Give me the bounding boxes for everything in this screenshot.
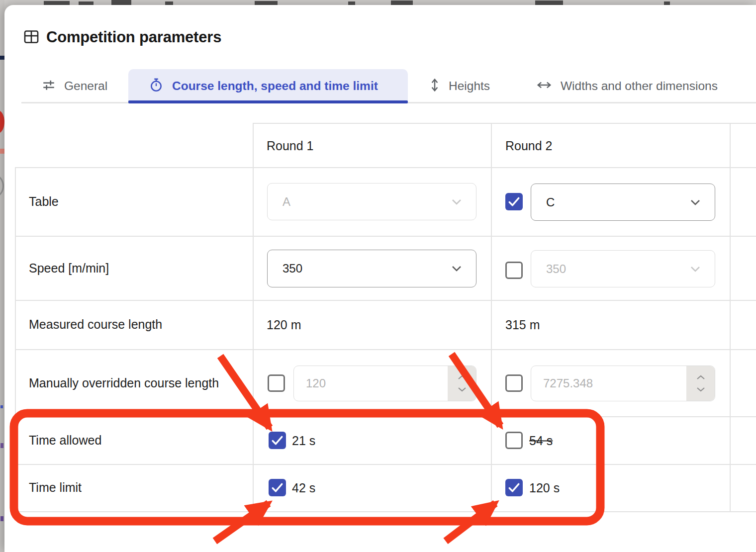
manual-length-round2-input[interactable]: 7275.348 <box>531 366 715 401</box>
time-allowed-round2-value: 54 s <box>529 434 553 448</box>
table-round1-select[interactable]: A <box>267 183 476 220</box>
row-label-time-allowed: Time allowed <box>29 432 101 449</box>
row-label-time-limit: Time limit <box>29 479 82 496</box>
arrows-vertical-icon <box>429 78 440 94</box>
tab-heights[interactable]: Heights <box>429 70 490 102</box>
chevron-down-icon <box>451 198 462 205</box>
tab-course-length-speed-time-limit[interactable]: Course length, speed and time limit <box>149 70 378 102</box>
row-label-speed: Speed [m/min] <box>29 260 109 277</box>
time-limit-round2-checkbox[interactable] <box>505 479 523 496</box>
manual-length-round1-checkbox[interactable] <box>268 374 285 392</box>
table-grid-line <box>253 123 254 511</box>
speed-round1-select[interactable]: 350 <box>267 250 476 287</box>
speed-round2-checkbox[interactable] <box>505 262 523 279</box>
screen: { "dialog": { "title": "Competition para… <box>0 0 756 552</box>
row-label-table: Table <box>29 193 59 210</box>
manual-length-round2-value: 7275.348 <box>531 366 686 401</box>
chevron-up-icon <box>696 375 705 380</box>
tab-general-label: General <box>64 79 107 93</box>
table-grid-line <box>491 123 492 511</box>
table-grid-line <box>253 123 756 124</box>
tune-icon <box>42 78 56 94</box>
table-grid-line <box>15 416 756 417</box>
manual-length-round2-checkbox[interactable] <box>505 374 523 392</box>
chevron-up-icon <box>458 375 467 380</box>
tab-widths-label: Widths and other dimensions <box>561 79 718 93</box>
measured-length-round1-value: 120 m <box>267 318 301 332</box>
time-allowed-round2-checkbox[interactable] <box>505 432 523 449</box>
stopwatch-icon <box>149 78 164 94</box>
chevron-down-icon <box>690 199 701 206</box>
page-title: Competition parameters <box>46 28 221 46</box>
time-allowed-round1-value: 21 s <box>292 434 315 448</box>
tab-general[interactable]: General <box>42 70 107 102</box>
time-limit-round1-value: 42 s <box>292 481 315 495</box>
chevron-down-icon <box>451 265 462 272</box>
table-round1-select-value: A <box>283 195 290 209</box>
tab-heights-label: Heights <box>449 79 490 93</box>
measured-length-round2-value: 315 m <box>505 318 540 332</box>
tab-course-length-label: Course length, speed and time limit <box>172 79 378 93</box>
chevron-down-icon <box>458 387 467 392</box>
number-stepper[interactable] <box>448 366 476 401</box>
arrows-horizontal-icon <box>536 80 552 92</box>
table-round2-select[interactable]: C <box>531 184 715 221</box>
speed-round2-select[interactable]: 350 <box>531 250 715 287</box>
row-label-manual-course-length: Manually overridden course length <box>29 375 228 392</box>
table-grid-line <box>15 464 756 465</box>
speed-round1-select-value: 350 <box>283 262 302 276</box>
manual-length-round1-input[interactable]: 120 <box>293 366 476 401</box>
table-grid-line <box>15 511 756 512</box>
table-grid-line <box>15 349 756 350</box>
time-limit-round2-value: 120 s <box>529 481 560 495</box>
chevron-down-icon <box>690 266 701 273</box>
manual-length-round1-value: 120 <box>294 366 448 401</box>
table-grid-line <box>15 236 756 237</box>
table-round2-checkbox[interactable] <box>505 193 523 210</box>
row-label-measured-course-length: Measured course length <box>29 316 162 333</box>
chevron-down-icon <box>696 387 705 392</box>
time-limit-round1-checkbox[interactable] <box>269 479 286 496</box>
column-header-round-1: Round 1 <box>267 139 314 153</box>
table-grid-line <box>15 167 756 168</box>
column-header-round-2: Round 2 <box>505 139 553 153</box>
speed-round2-select-value: 350 <box>546 262 566 276</box>
tab-widths-and-other-dimensions[interactable]: Widths and other dimensions <box>536 70 718 102</box>
number-stepper[interactable] <box>686 366 715 401</box>
table-grid-line <box>15 300 756 301</box>
table-grid-line <box>15 167 16 511</box>
table-grid-icon <box>23 29 39 45</box>
table-round2-select-value: C <box>546 195 555 209</box>
table-grid-line <box>730 123 731 511</box>
backdrop-left-strip <box>0 0 4 552</box>
time-allowed-round1-checkbox[interactable] <box>269 432 286 449</box>
backdrop-top-strip <box>4 0 756 5</box>
